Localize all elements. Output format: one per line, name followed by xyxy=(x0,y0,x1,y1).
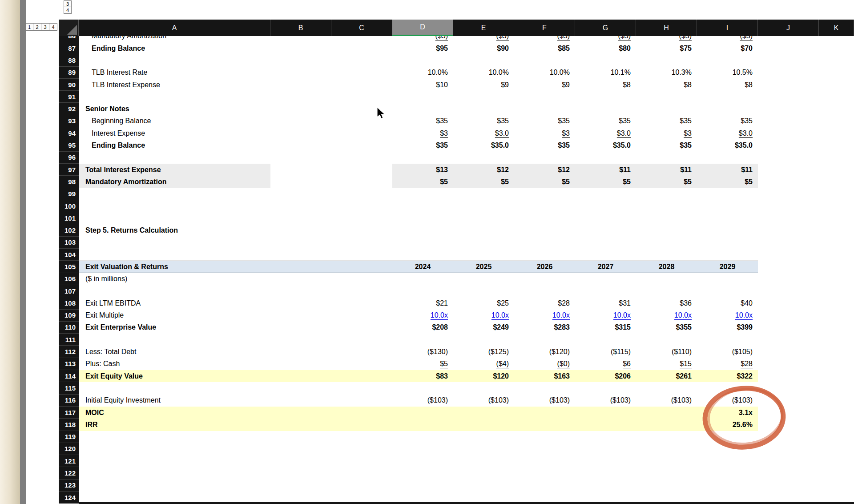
row-header-92[interactable]: 92 xyxy=(59,103,79,115)
cell-B118[interactable] xyxy=(270,419,331,431)
cell-E112[interactable]: ($125) xyxy=(453,346,514,358)
cell-I96[interactable] xyxy=(697,152,758,164)
cell-C90[interactable] xyxy=(331,79,392,91)
cell-C111[interactable] xyxy=(331,334,392,346)
cell-C96[interactable] xyxy=(331,152,392,164)
cell-J111[interactable] xyxy=(758,334,819,346)
cell-J95[interactable] xyxy=(758,139,819,151)
cell-H87[interactable]: $75 xyxy=(636,42,697,54)
cell-B120[interactable] xyxy=(270,443,331,455)
cell-F102[interactable] xyxy=(514,224,575,236)
cell-I103[interactable] xyxy=(697,237,758,249)
cell-C120[interactable] xyxy=(331,443,392,455)
cell-I122[interactable] xyxy=(697,467,758,479)
cell-E88[interactable] xyxy=(453,54,514,66)
row-header-124[interactable]: 124 xyxy=(59,492,79,504)
cell-K111[interactable] xyxy=(819,334,854,346)
cell-G101[interactable] xyxy=(575,212,636,224)
cell-J89[interactable] xyxy=(758,67,819,79)
cell-G118[interactable] xyxy=(575,419,636,431)
column-header-F[interactable]: F xyxy=(514,20,575,36)
cell-C103[interactable] xyxy=(331,237,392,249)
cell-I99[interactable] xyxy=(697,188,758,200)
row-header-106[interactable]: 106 xyxy=(59,273,79,285)
cell-D100[interactable] xyxy=(392,200,453,212)
cell-D101[interactable] xyxy=(392,212,453,224)
cell-K122[interactable] xyxy=(819,467,854,479)
cell-C116[interactable] xyxy=(331,395,392,407)
cell-I123[interactable] xyxy=(697,480,758,492)
cell-A86[interactable]: Mandatory Amortization xyxy=(79,36,270,42)
cell-E123[interactable] xyxy=(453,480,514,492)
cell-F87[interactable]: $85 xyxy=(514,42,575,54)
cell-A105[interactable]: Exit Valuation & Returns xyxy=(79,261,270,273)
cell-C101[interactable] xyxy=(331,212,392,224)
row-header-104[interactable]: 104 xyxy=(59,249,79,261)
cell-B117[interactable] xyxy=(270,407,331,419)
cell-H119[interactable] xyxy=(636,431,697,443)
cell-A99[interactable] xyxy=(79,188,270,200)
cell-H107[interactable] xyxy=(636,285,697,297)
cell-K91[interactable] xyxy=(819,91,854,103)
cell-C119[interactable] xyxy=(331,431,392,443)
cell-D94[interactable]: $3 xyxy=(392,127,453,139)
cell-E103[interactable] xyxy=(453,237,514,249)
cell-I113[interactable]: $28 xyxy=(697,358,758,370)
cell-H91[interactable] xyxy=(636,91,697,103)
cell-E98[interactable]: $5 xyxy=(453,176,514,188)
cell-H101[interactable] xyxy=(636,212,697,224)
cell-I95[interactable]: $35.0 xyxy=(697,139,758,151)
cell-I92[interactable] xyxy=(697,103,758,115)
cell-C107[interactable] xyxy=(331,285,392,297)
cell-I117[interactable]: 3.1x xyxy=(697,407,758,419)
cell-H100[interactable] xyxy=(636,200,697,212)
cell-G93[interactable]: $35 xyxy=(575,115,636,127)
cell-H116[interactable]: ($103) xyxy=(636,395,697,407)
cell-E121[interactable] xyxy=(453,455,514,467)
row-header-121[interactable]: 121 xyxy=(59,455,79,467)
cell-E101[interactable] xyxy=(453,212,514,224)
cell-F100[interactable] xyxy=(514,200,575,212)
cell-K115[interactable] xyxy=(819,382,854,394)
row-header-99[interactable]: 99 xyxy=(59,188,79,200)
cell-B95[interactable] xyxy=(270,139,331,151)
cell-A118[interactable]: IRR xyxy=(79,419,270,431)
cell-E115[interactable] xyxy=(453,382,514,394)
row-header-102[interactable]: 102 xyxy=(59,224,79,236)
cell-J88[interactable] xyxy=(758,54,819,66)
cell-I108[interactable]: $40 xyxy=(697,297,758,309)
cell-B87[interactable] xyxy=(270,42,331,54)
cell-A121[interactable] xyxy=(79,455,270,467)
cell-G103[interactable] xyxy=(575,237,636,249)
cell-B114[interactable] xyxy=(270,370,331,382)
cell-F105[interactable]: 2026 xyxy=(514,261,575,273)
cell-I102[interactable] xyxy=(697,224,758,236)
cell-A95[interactable]: Ending Balance xyxy=(79,139,270,151)
cell-D97[interactable]: $13 xyxy=(392,164,453,176)
cell-H120[interactable] xyxy=(636,443,697,455)
cell-D102[interactable] xyxy=(392,224,453,236)
cell-H123[interactable] xyxy=(636,480,697,492)
cell-B93[interactable] xyxy=(270,115,331,127)
cell-F109[interactable]: 10.0x xyxy=(514,310,575,322)
cell-K102[interactable] xyxy=(819,224,854,236)
cell-E113[interactable]: ($4) xyxy=(453,358,514,370)
cell-A111[interactable] xyxy=(79,334,270,346)
cell-H108[interactable]: $36 xyxy=(636,297,697,309)
row-header-90[interactable]: 90 xyxy=(59,79,79,91)
row-header-103[interactable]: 103 xyxy=(59,237,79,249)
column-header-G[interactable]: G xyxy=(575,20,636,36)
cell-G88[interactable] xyxy=(575,54,636,66)
cell-A97[interactable]: Total Interest Expense xyxy=(79,164,270,176)
cell-B101[interactable] xyxy=(270,212,331,224)
cell-C109[interactable] xyxy=(331,310,392,322)
cell-E93[interactable]: $35 xyxy=(453,115,514,127)
cell-J120[interactable] xyxy=(758,443,819,455)
cell-B90[interactable] xyxy=(270,79,331,91)
cell-A110[interactable]: Exit Enterprise Value xyxy=(79,322,270,334)
cell-C106[interactable] xyxy=(331,273,392,285)
cell-D93[interactable]: $35 xyxy=(392,115,453,127)
cell-D88[interactable] xyxy=(392,54,453,66)
cell-C113[interactable] xyxy=(331,358,392,370)
cell-K109[interactable] xyxy=(819,310,854,322)
